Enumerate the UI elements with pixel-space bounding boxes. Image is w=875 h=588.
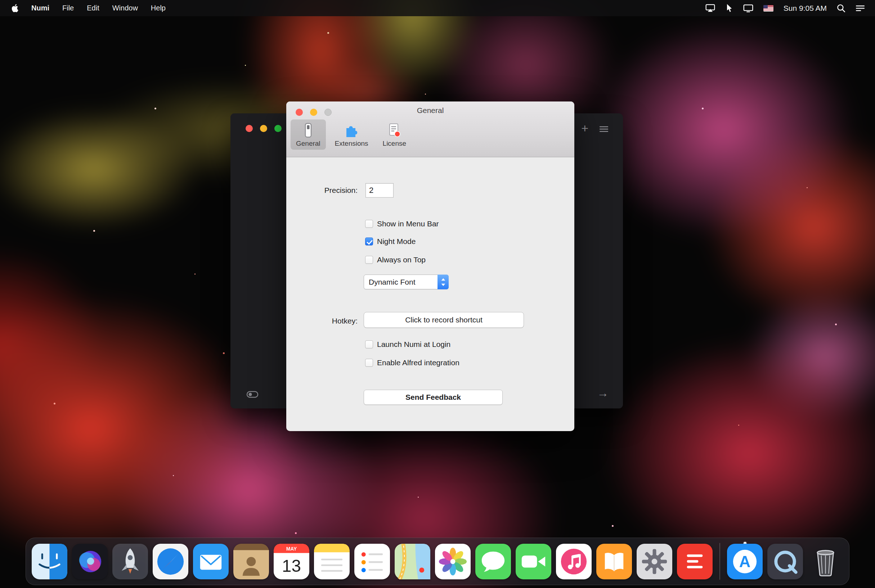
photos-icon bbox=[435, 544, 471, 579]
license-document-icon bbox=[386, 122, 402, 138]
tab-label: License bbox=[383, 140, 406, 147]
menu-bar-left: Numi File Edit Window Help bbox=[5, 0, 172, 16]
dock-item-safari[interactable] bbox=[153, 544, 188, 579]
numi-traffic-lights bbox=[245, 125, 281, 132]
dock-item-ibooks[interactable] bbox=[596, 544, 632, 579]
checkbox-row-show-in-menu-bar[interactable]: Show in Menu Bar bbox=[365, 218, 439, 230]
preferences-header: General General Extensions bbox=[286, 102, 574, 157]
dock-item-photos[interactable] bbox=[435, 544, 471, 579]
dock-item-notes[interactable] bbox=[314, 544, 350, 579]
tab-general[interactable]: General bbox=[290, 120, 326, 150]
preferences-window: General General Extensions bbox=[286, 102, 574, 431]
hamburger-menu-icon[interactable] bbox=[599, 126, 609, 133]
notes-icon bbox=[314, 544, 350, 579]
result-arrow-icon[interactable]: → bbox=[597, 387, 609, 400]
record-shortcut-button[interactable]: Click to record shortcut bbox=[364, 312, 524, 328]
messages-icon bbox=[475, 544, 511, 579]
checkbox-row-night-mode[interactable]: Night Mode bbox=[365, 236, 415, 248]
svg-text:A: A bbox=[739, 553, 750, 570]
checkbox-row-alfred-integration[interactable]: Enable Alfred integration bbox=[365, 357, 460, 369]
send-feedback-button[interactable]: Send Feedback bbox=[364, 390, 503, 405]
dock-item-reminders[interactable] bbox=[354, 544, 390, 579]
tab-license[interactable]: License bbox=[377, 120, 412, 150]
finder-icon bbox=[32, 544, 67, 579]
us-flag-input-source-icon[interactable] bbox=[764, 5, 773, 12]
pointer-icon[interactable] bbox=[725, 4, 733, 13]
reminders-icon bbox=[354, 544, 390, 579]
mail-icon bbox=[193, 544, 229, 579]
tab-extensions[interactable]: Extensions bbox=[329, 120, 374, 150]
ibooks-icon bbox=[596, 544, 632, 579]
font-popup-value: Dynamic Font bbox=[364, 278, 438, 286]
calendar-icon: MAY 13 bbox=[274, 544, 309, 579]
checkbox-label: Launch Numi at Login bbox=[377, 340, 451, 349]
siri-icon bbox=[72, 544, 108, 579]
tab-label: General bbox=[296, 140, 320, 147]
checkbox-label: Always on Top bbox=[377, 255, 425, 264]
night-mode-checkbox[interactable] bbox=[365, 237, 373, 245]
new-tab-plus-icon[interactable]: + bbox=[581, 121, 588, 135]
close-button[interactable] bbox=[245, 125, 253, 132]
menu-bar-status-area: Sun 9:05 AM bbox=[705, 0, 870, 16]
menu-edit[interactable]: Edit bbox=[80, 0, 105, 16]
menu-bar: Numi File Edit Window Help Sun 9:05 AM bbox=[0, 0, 875, 16]
dock-item-calendar[interactable]: MAY 13 bbox=[274, 544, 309, 579]
checkbox-row-launch-at-login[interactable]: Launch Numi at Login bbox=[365, 338, 451, 351]
menu-help[interactable]: Help bbox=[144, 0, 172, 16]
dock-item-app-store[interactable]: A bbox=[727, 544, 763, 579]
popup-stepper bbox=[438, 274, 449, 290]
calendar-month-text: MAY bbox=[286, 546, 297, 552]
dock-item-maps[interactable] bbox=[395, 544, 430, 579]
facetime-icon bbox=[516, 544, 551, 579]
alfred-integration-checkbox[interactable] bbox=[365, 359, 373, 367]
apple-menu[interactable] bbox=[5, 0, 25, 16]
launchpad-rocket-icon bbox=[112, 544, 148, 579]
zoom-button[interactable] bbox=[274, 125, 281, 132]
dock-item-itunes[interactable] bbox=[556, 544, 592, 579]
dock-item-trash[interactable] bbox=[808, 544, 843, 579]
dock-item-mail[interactable] bbox=[193, 544, 229, 579]
window-title: General bbox=[286, 106, 574, 115]
dock-item-messages[interactable] bbox=[475, 544, 511, 579]
precision-input[interactable] bbox=[365, 183, 394, 198]
dock-item-numi[interactable] bbox=[677, 544, 713, 579]
app-store-icon: A bbox=[727, 544, 763, 579]
system-preferences-gear-icon bbox=[637, 544, 672, 579]
dock-separator bbox=[719, 543, 720, 580]
dock-item-finder[interactable] bbox=[32, 544, 67, 579]
show-in-menu-bar-checkbox[interactable] bbox=[365, 220, 373, 228]
hotkey-label: Hotkey: bbox=[286, 315, 358, 327]
minimize-button[interactable] bbox=[260, 125, 267, 132]
calendar-day-text: 13 bbox=[282, 556, 301, 575]
display-icon[interactable] bbox=[743, 4, 753, 13]
airplay-icon[interactable] bbox=[705, 4, 715, 12]
checkbox-label: Enable Alfred integration bbox=[377, 358, 460, 367]
dock-item-facetime[interactable] bbox=[516, 544, 551, 579]
quicktime-icon bbox=[767, 544, 803, 579]
dock-item-contacts[interactable] bbox=[233, 544, 269, 579]
up-down-chevrons-icon bbox=[441, 277, 446, 287]
font-popup-select[interactable]: Dynamic Font bbox=[364, 274, 449, 290]
safari-icon bbox=[153, 544, 188, 579]
dock-item-system-preferences[interactable] bbox=[637, 544, 672, 579]
dock-item-quicktime[interactable] bbox=[767, 544, 803, 579]
checkbox-row-always-on-top[interactable]: Always on Top bbox=[365, 254, 425, 266]
checkbox-label: Show in Menu Bar bbox=[377, 219, 439, 228]
precision-label: Precision: bbox=[286, 184, 358, 196]
notification-center-icon[interactable] bbox=[855, 4, 865, 12]
launch-at-login-checkbox[interactable] bbox=[365, 340, 373, 348]
panel-toggle-icon[interactable] bbox=[246, 390, 259, 398]
spotlight-search-icon[interactable] bbox=[837, 4, 845, 13]
maps-icon bbox=[395, 544, 430, 579]
checkbox-label: Night Mode bbox=[377, 237, 415, 246]
menu-bar-clock[interactable]: Sun 9:05 AM bbox=[783, 4, 827, 13]
menu-app-name[interactable]: Numi bbox=[25, 0, 56, 16]
itunes-icon bbox=[556, 544, 592, 579]
trash-icon bbox=[808, 544, 843, 579]
menu-file[interactable]: File bbox=[56, 0, 80, 16]
menu-window[interactable]: Window bbox=[106, 0, 144, 16]
dock-item-siri[interactable] bbox=[72, 544, 108, 579]
dock-item-launchpad[interactable] bbox=[112, 544, 148, 579]
apple-icon bbox=[12, 4, 18, 12]
always-on-top-checkbox[interactable] bbox=[365, 256, 373, 264]
